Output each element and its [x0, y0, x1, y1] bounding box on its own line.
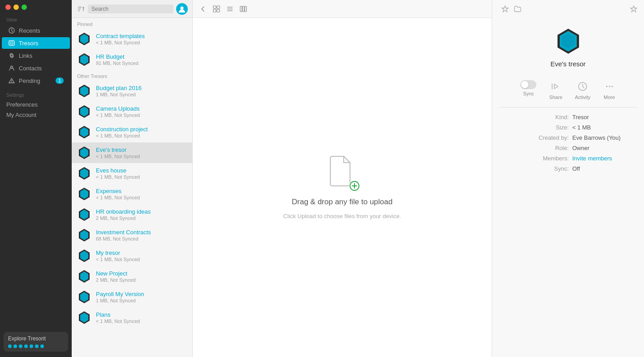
tresor-name: Plans	[96, 311, 140, 318]
back-button[interactable]	[198, 4, 208, 14]
meta-row-size: Size: < 1 MB	[501, 124, 635, 131]
tresor-name: Construction project	[96, 126, 148, 133]
list-item[interactable]: HR onboarding ideas 2 MB, Not Synced	[72, 204, 192, 225]
drop-title: Drag & drop any file to upload	[292, 198, 393, 206]
list-item[interactable]: Eves house < 1 MB, Not Synced	[72, 163, 192, 184]
tresor-icon	[77, 84, 91, 98]
list-item[interactable]: Construction project < 1 MB, Not Synced	[72, 122, 192, 142]
tresor-info: Eves house < 1 MB, Not Synced	[96, 167, 140, 180]
sidebar-item-contacts[interactable]: Contacts	[2, 62, 70, 74]
tresor-info: Camera Uploads < 1 MB, Not Synced	[96, 105, 140, 118]
meta-row-members: Members: Invite members	[501, 155, 635, 162]
tresor-name: Investment Contracts	[96, 229, 151, 236]
sidebar-item-pending[interactable]: Pending 1	[2, 75, 70, 86]
tresor-info: Construction project < 1 MB, Not Synced	[96, 126, 148, 138]
maximize-button[interactable]	[22, 4, 27, 10]
list-item-selected[interactable]: Eve's tresor < 1 MB, Not Synced	[72, 142, 192, 163]
tresor-icon	[77, 125, 91, 139]
main-toolbar	[193, 0, 492, 18]
tresor-meta: < 1 MB, Not Synced	[96, 318, 140, 324]
more-action[interactable]: More	[603, 80, 616, 100]
columns-view-icon[interactable]	[238, 4, 248, 14]
user-avatar[interactable]	[176, 3, 188, 15]
tresor-meta: 2 MB, Not Synced	[96, 215, 151, 221]
star-icon[interactable]	[629, 4, 639, 14]
list-item[interactable]: New Project 2 MB, Not Synced	[72, 266, 192, 287]
tresor-icon	[77, 249, 91, 263]
tresor-meta: < 1 MB, Not Synced	[96, 112, 140, 118]
sidebar-item-preferences[interactable]: Preferences	[0, 99, 72, 110]
svg-point-59	[611, 86, 613, 87]
links-label: Links	[19, 52, 32, 59]
sync-action[interactable]: Sync	[520, 80, 536, 100]
svg-rect-2	[10, 42, 13, 44]
tresor-meta: < 1 MB, Not Synced	[96, 195, 140, 200]
sync-toggle[interactable]	[520, 80, 536, 89]
tresor-icon	[77, 52, 91, 67]
tresor-name: My tresor	[96, 249, 140, 256]
tresor-meta: < 1 MB, Not Synced	[96, 257, 140, 262]
tresor-meta: 91 MB, Not Synced	[96, 60, 138, 66]
close-button[interactable]	[5, 4, 11, 10]
list-view-icon[interactable]	[225, 4, 235, 14]
list-item[interactable]: Payroll My Version 1 MB, Not Synced	[72, 287, 192, 307]
tresor-icon	[77, 290, 91, 304]
tresor-icon	[77, 207, 91, 222]
tresor-info: New Project 2 MB, Not Synced	[96, 270, 136, 283]
tresor-name: New Project	[96, 270, 136, 277]
tresor-name: Expenses	[96, 188, 140, 194]
sync-toggle-knob	[521, 81, 528, 88]
list-item[interactable]: Investment Contracts 68 MB, Not Synced	[72, 225, 192, 245]
sidebar-item-tresors[interactable]: Tresors	[2, 37, 70, 49]
explore-dots	[8, 344, 64, 348]
search-input[interactable]	[88, 4, 173, 13]
tresor-meta: < 1 MB, Not Synced	[96, 174, 140, 180]
more-label: More	[604, 95, 615, 100]
meta-row-sync: Sync: Off	[501, 165, 635, 172]
grid-view-icon[interactable]	[212, 4, 221, 14]
list-item[interactable]: Contract templates < 1 MB, Not Synced	[72, 29, 192, 49]
explore-tresorit-button[interactable]: Explore Tresorit	[4, 332, 68, 352]
sort-icon[interactable]	[76, 4, 85, 13]
svg-rect-40	[213, 6, 216, 9]
meta-row-kind: Kind: Tresor	[501, 114, 635, 120]
list-item[interactable]: HR Budget 91 MB, Not Synced	[72, 49, 192, 70]
invite-members-link[interactable]: Invite members	[572, 155, 635, 162]
list-item[interactable]: Camera Uploads < 1 MB, Not Synced	[72, 101, 192, 122]
tresor-name: HR Budget	[96, 53, 138, 60]
recents-icon	[8, 27, 15, 34]
preferences-label: Preferences	[6, 101, 38, 108]
pin-icon[interactable]	[500, 4, 510, 14]
activity-action[interactable]: Activity	[575, 80, 591, 100]
detail-hero: Eve's tresor	[492, 18, 644, 75]
account-label: My Account	[6, 112, 36, 118]
tresor-icon	[77, 166, 91, 181]
tresor-info: Investment Contracts 68 MB, Not Synced	[96, 229, 151, 241]
list-item[interactable]: Plans < 1 MB, Not Synced	[72, 307, 192, 328]
svg-rect-41	[217, 6, 220, 9]
detail-header	[492, 0, 644, 18]
sidebar-item-links[interactable]: Links	[2, 50, 70, 61]
meta-row-created-by: Created by: Eve Barrows (You)	[501, 134, 635, 141]
list-item[interactable]: Expenses < 1 MB, Not Synced	[72, 184, 192, 204]
folder-icon[interactable]	[513, 4, 523, 14]
minimize-button[interactable]	[13, 4, 19, 10]
contacts-label: Contacts	[19, 65, 42, 72]
detail-tresor-icon	[554, 27, 583, 56]
tresors-icon	[8, 39, 15, 47]
tresor-name: Eve's tresor	[96, 146, 140, 153]
sidebar-item-recents[interactable]: Recents	[2, 25, 70, 36]
tresor-info: My tresor < 1 MB, Not Synced	[96, 249, 140, 262]
share-icon	[549, 80, 562, 93]
sidebar-item-account[interactable]: My Account	[0, 110, 72, 120]
sidebar: View Recents Tresors Links Contacts Pend…	[0, 0, 72, 357]
activity-label: Activity	[575, 95, 591, 100]
settings-section-label: Settings	[0, 87, 72, 99]
share-action[interactable]: Share	[549, 80, 562, 100]
list-item[interactable]: My tresor < 1 MB, Not Synced	[72, 245, 192, 266]
file-panel: Pinned Contract templates < 1 MB, Not Sy…	[72, 0, 193, 357]
tresor-icon	[77, 228, 91, 242]
list-item[interactable]: Budget plan 2016 1 MB, Not Synced	[72, 81, 192, 101]
tresor-meta: < 1 MB, Not Synced	[96, 40, 145, 45]
tresor-name: Eves house	[96, 167, 140, 174]
